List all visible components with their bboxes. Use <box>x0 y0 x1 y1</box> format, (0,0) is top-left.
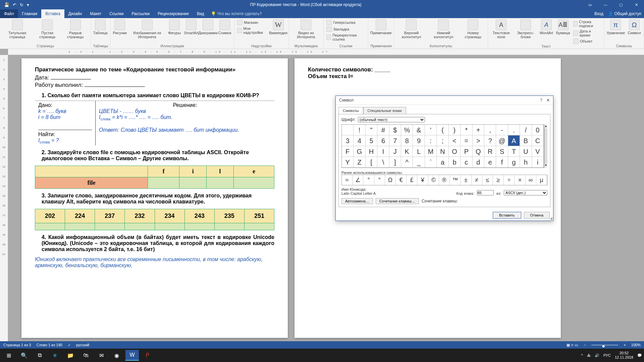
symbol-cell[interactable]: G <box>354 146 365 157</box>
insert-button[interactable]: Вставить <box>493 212 521 219</box>
symbol-cell[interactable]: / <box>520 125 532 135</box>
ribbon-options-icon[interactable]: ▭ <box>582 0 598 9</box>
blank-page-button[interactable]: Пустая страница <box>35 19 60 39</box>
symbol-cell[interactable]: Y <box>342 157 354 168</box>
symbol-cell[interactable]: @ <box>496 135 508 146</box>
pictures-button[interactable]: Рисунки <box>112 19 127 35</box>
powerpoint-icon[interactable]: P <box>141 350 154 361</box>
symbol-cell[interactable]: > <box>473 135 484 146</box>
recent-symbol-cell[interactable]: ± <box>461 175 471 185</box>
smartart-button[interactable]: SmartArt <box>184 19 199 35</box>
symbol-cell[interactable]: c <box>461 157 472 168</box>
recent-symbol-cell[interactable]: ∞ <box>526 175 536 185</box>
symbol-cell[interactable]: * <box>461 125 472 135</box>
tab-file[interactable]: Файл <box>0 9 18 18</box>
symbol-cell[interactable]: 3 <box>342 135 354 146</box>
dialog-tab-symbols[interactable]: Символы <box>338 107 363 114</box>
symbol-cell[interactable]: 4 <box>354 135 365 146</box>
cover-page-button[interactable]: Титульная страница <box>2 19 33 39</box>
symbol-cell[interactable]: _ <box>413 157 425 168</box>
object-button[interactable]: Объект <box>573 38 602 44</box>
wikipedia-button[interactable]: WВикипедия <box>270 19 286 35</box>
crossref-button[interactable]: Перекрестная ссылка <box>326 33 366 42</box>
symbol-grid[interactable]: !"#$%&'()*+,-./03456789:;<=>?@ABCFGHIJKL… <box>341 124 544 168</box>
symbol-cell[interactable] <box>342 125 354 135</box>
symbol-cell[interactable]: ! <box>354 125 365 135</box>
recent-symbol-cell[interactable]: ° <box>363 175 374 185</box>
dropcap-button[interactable]: A≣Буквица <box>556 19 571 35</box>
symbol-cell[interactable]: , <box>484 125 496 135</box>
symbol-cell[interactable]: 8 <box>401 135 413 146</box>
symbol-cell[interactable]: 5 <box>366 135 377 146</box>
symbol-cell[interactable]: K <box>401 146 413 157</box>
symbol-cell[interactable]: I <box>377 146 389 157</box>
recent-symbol-cell[interactable]: € <box>396 175 407 185</box>
page-break-button[interactable]: Разрыв страницы <box>62 19 89 39</box>
symbol-button[interactable]: ΩСимвол <box>627 19 642 35</box>
system-tray[interactable]: ^ 🖧 🔊 РУС 20:52 12.11.2018 💬 <box>581 351 642 360</box>
resize-handle[interactable]: ◢ <box>550 216 552 220</box>
tab-layout[interactable]: Макет <box>86 9 105 18</box>
symbol-cell[interactable]: g <box>508 157 520 168</box>
tray-lang[interactable]: РУС <box>603 353 611 357</box>
symbol-cell[interactable]: " <box>366 125 377 135</box>
code-input[interactable] <box>477 190 494 195</box>
recent-symbol-cell[interactable]: ° <box>374 175 385 185</box>
recent-symbol-cell[interactable]: ® <box>439 175 450 185</box>
tell-me-search[interactable]: 💡 Что вы хотите сделать? <box>211 11 262 16</box>
hyperlink-button[interactable]: Гиперссылка <box>326 19 366 25</box>
footer-button[interactable]: Нижний колонтитул <box>429 19 458 39</box>
symbol-cell[interactable]: e <box>484 157 496 168</box>
autocorrect-button[interactable]: Автозамена… <box>341 198 373 204</box>
zoom-in-icon[interactable]: + <box>624 343 626 347</box>
network-icon[interactable]: 🖧 <box>587 353 591 357</box>
symbol-cell[interactable]: i <box>532 157 544 168</box>
recent-symbol-cell[interactable]: ≤ <box>482 175 493 185</box>
symbol-cell[interactable]: : <box>425 135 437 146</box>
start-button[interactable]: ⊞ <box>2 350 15 361</box>
recent-symbol-cell[interactable]: £ <box>407 175 417 185</box>
shapes-button[interactable]: Фигуры <box>167 19 182 35</box>
symbol-cell[interactable]: H <box>366 146 377 157</box>
document-page-1[interactable]: Практическое задание по теме «Кодировани… <box>21 58 288 338</box>
zoom-level[interactable]: 100% <box>631 343 641 347</box>
font-select[interactable]: (обычный текст) <box>358 117 425 122</box>
recent-symbol-cell[interactable]: ™ <box>450 175 461 185</box>
symbol-cell[interactable]: 7 <box>389 135 401 146</box>
textbox-button[interactable]: AТекстовое поле <box>490 19 512 39</box>
recent-symbol-cell[interactable]: © <box>428 175 439 185</box>
symbol-cell[interactable]: R <box>484 146 496 157</box>
symbol-cell[interactable]: P <box>461 146 472 157</box>
symbol-cell[interactable]: . <box>508 125 520 135</box>
shortcut-button[interactable]: Сочетание клавиш… <box>376 198 419 204</box>
symbol-cell[interactable]: ( <box>437 125 448 135</box>
equation-button[interactable]: πУравнение <box>606 19 625 35</box>
quickparts-button[interactable]: Экспресс-блоки <box>514 19 537 39</box>
mail-icon[interactable]: ✉ <box>95 350 108 361</box>
symbol-cell[interactable]: f <box>496 157 508 168</box>
online-video-button[interactable]: Видео из Интернета <box>291 19 321 39</box>
proofing-icon[interactable]: ✓ <box>68 343 71 347</box>
recent-symbol-cell[interactable]: × <box>515 175 525 185</box>
recent-symbols[interactable]: ≈∠°°Ω€£¥©®™±≠≤≥÷×∞µ <box>341 175 547 185</box>
help-icon[interactable]: ? <box>540 98 542 103</box>
notifications-icon[interactable]: 💬 <box>637 353 642 358</box>
symbol-cell[interactable]: # <box>377 125 389 135</box>
symbol-cell[interactable]: 6 <box>377 135 389 146</box>
word-count[interactable]: Слово 1 из 190 <box>36 343 62 347</box>
store-icon[interactable]: 🛍 <box>79 350 93 361</box>
symbol-cell[interactable]: S <box>496 146 508 157</box>
dialog-close-icon[interactable]: ✕ <box>546 98 550 103</box>
chrome-icon[interactable]: ◉ <box>110 350 123 361</box>
signature-line-button[interactable]: Строка подписи <box>573 19 602 28</box>
zoom-out-icon[interactable]: − <box>584 343 586 347</box>
symbol-cell[interactable]: Q <box>473 146 484 157</box>
from-select[interactable]: ASCII (дес.) <box>504 190 547 195</box>
share-button[interactable]: 👤 Общий доступ <box>608 11 641 16</box>
symbol-cell[interactable]: \ <box>377 157 389 168</box>
symbol-cell[interactable]: [ <box>366 157 377 168</box>
clock[interactable]: 20:52 12.11.2018 <box>615 351 633 360</box>
datetime-button[interactable]: Дата и время <box>573 29 602 38</box>
vertical-ruler[interactable]: 123456789101112131415161718192021 <box>0 55 8 341</box>
symbol-cell[interactable]: F <box>342 146 354 157</box>
